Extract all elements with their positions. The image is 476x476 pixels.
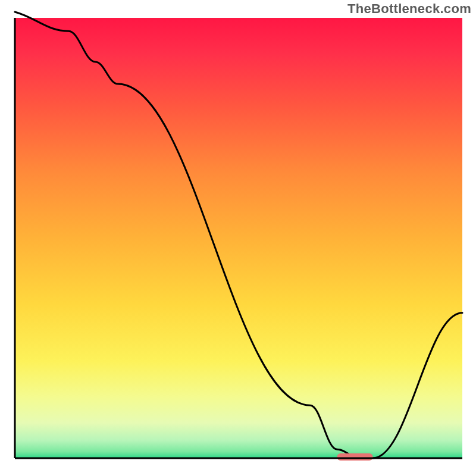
chart-container: TheBottleneck.com	[0, 0, 476, 476]
bottleneck-chart	[0, 0, 476, 476]
plot-background	[15, 18, 462, 458]
attribution-text: TheBottleneck.com	[347, 1, 471, 17]
optimal-marker	[337, 453, 372, 461]
